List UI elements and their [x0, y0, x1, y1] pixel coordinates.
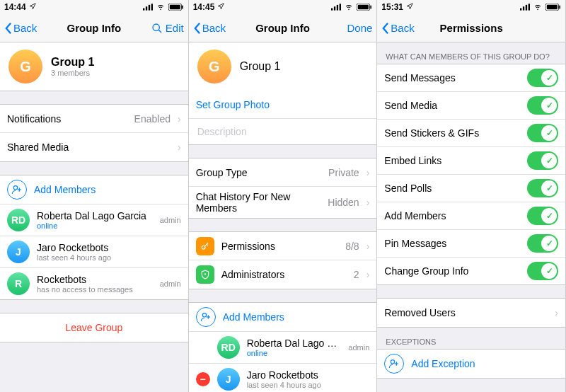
back-label: Back	[13, 22, 37, 34]
member-avatar: R	[7, 272, 30, 295]
chevron-right-icon: ›	[366, 269, 370, 280]
chat-history-cell[interactable]: Chat History For New Members Hidden ›	[189, 187, 377, 218]
status-bar: 14:45	[189, 0, 377, 14]
key-icon	[196, 237, 214, 255]
permissions-cell[interactable]: Permissions 8/8 ›	[189, 232, 377, 260]
chevron-right-icon: ›	[178, 113, 181, 125]
add-icon	[7, 180, 27, 200]
chat-history-label: Chat History For New Members	[196, 191, 321, 214]
battery-icon	[357, 4, 372, 11]
nav-title: Group Info	[255, 22, 310, 34]
member-badge: admin	[160, 279, 181, 288]
battery-icon	[168, 4, 184, 11]
wifi-icon	[156, 4, 166, 11]
administrators-cell[interactable]: Administrators 2 ›	[189, 260, 377, 289]
perm-label: Change Group Info	[384, 265, 520, 277]
svg-rect-26	[526, 5, 527, 11]
done-button[interactable]: Done	[347, 22, 372, 34]
member-badge: admin	[160, 216, 181, 224]
set-group-photo-label: Set Group Photo	[196, 99, 270, 110]
group-name: Group 1	[51, 56, 180, 69]
status-bar: 14:44	[0, 0, 188, 14]
nav-action-label: Edit	[166, 22, 184, 34]
screen-group-info-edit: 14:45 Back Group Info Done G	[189, 0, 378, 392]
back-button[interactable]: Back	[381, 22, 414, 35]
back-button[interactable]: Back	[4, 22, 37, 35]
shared-media-label: Shared Media	[7, 142, 171, 153]
leave-group-button[interactable]: Leave Group	[0, 313, 188, 342]
shared-media-cell[interactable]: Shared Media ›	[0, 133, 188, 161]
back-label: Back	[202, 22, 226, 34]
chevron-right-icon: ›	[366, 241, 370, 252]
group-name-input[interactable]: Group 1	[240, 60, 369, 73]
back-button[interactable]: Back	[193, 22, 226, 35]
toggle[interactable]: ✓	[527, 262, 558, 280]
member-badge: admin	[348, 343, 369, 352]
wifi-icon	[533, 4, 543, 11]
shield-icon	[196, 265, 214, 284]
description-input[interactable]: Description	[189, 119, 377, 144]
edit-button[interactable]: Edit	[151, 22, 184, 34]
member-avatar: RD	[217, 336, 240, 359]
member-row[interactable]: R Rocketbots has no access to messages a…	[0, 268, 188, 299]
perm-send-polls: Send Polls ✓	[377, 175, 565, 202]
member-avatar: J	[217, 368, 240, 391]
group-type-cell[interactable]: Group Type Private ›	[189, 158, 377, 187]
add-members-button[interactable]: Add Members	[189, 303, 377, 332]
member-row[interactable]: J Jaro Rocketbots last seen 4 hours ago	[0, 236, 188, 268]
member-status: online	[247, 349, 342, 357]
svg-rect-0	[143, 8, 144, 11]
notifications-label: Notifications	[7, 113, 127, 125]
status-time: 14:45	[193, 2, 215, 12]
search-icon	[151, 23, 163, 34]
status-time: 15:31	[381, 2, 403, 12]
svg-rect-5	[169, 5, 180, 10]
removed-users-cell[interactable]: Removed Users ›	[377, 299, 565, 327]
toggle[interactable]: ✓	[527, 179, 558, 197]
svg-rect-13	[334, 6, 335, 10]
toggle[interactable]: ✓	[527, 124, 558, 142]
add-exception-button[interactable]: Add Exception	[377, 350, 565, 378]
nav-bar: Back Group Info Edit	[0, 14, 188, 42]
toggle[interactable]: ✓	[527, 69, 558, 87]
wifi-icon	[344, 4, 354, 11]
section-header: What can members of this group do?	[377, 42, 565, 64]
set-group-photo-button[interactable]: Set Group Photo	[189, 91, 377, 119]
svg-rect-24	[520, 8, 521, 11]
toggle[interactable]: ✓	[527, 234, 558, 253]
chevron-right-icon: ›	[555, 307, 558, 318]
svg-rect-1	[146, 6, 147, 10]
toggle[interactable]: ✓	[527, 96, 558, 115]
remove-member-button[interactable]: −	[196, 372, 210, 386]
notifications-cell[interactable]: Notifications Enabled ›	[0, 105, 188, 133]
svg-rect-15	[340, 4, 341, 10]
back-label: Back	[391, 22, 414, 34]
member-status: last seen 4 hours ago	[247, 381, 370, 389]
group-type-value: Private	[328, 167, 359, 178]
nav-bar: Back Group Info Done	[189, 14, 377, 42]
group-profile[interactable]: G Group 1 3 members	[0, 42, 188, 91]
location-icon	[406, 2, 413, 12]
member-row[interactable]: RD Roberta Dal Lago Garcia online admin	[0, 204, 188, 236]
nav-title: Permissions	[440, 22, 503, 34]
group-avatar[interactable]: G	[197, 50, 231, 83]
status-bar: 15:31	[377, 0, 565, 14]
member-name: Roberta Dal Lago Garcia	[247, 338, 342, 349]
group-type-label: Group Type	[196, 167, 321, 178]
toggle[interactable]: ✓	[527, 207, 558, 225]
administrators-value: 2	[354, 269, 359, 280]
svg-rect-17	[358, 5, 369, 10]
screen-permissions: 15:31 Back Permissions What can members …	[377, 0, 566, 392]
add-members-button[interactable]: Add Members	[0, 175, 188, 204]
perm-send-messages: Send Messages ✓	[377, 64, 565, 92]
member-row[interactable]: − J Jaro Rocketbots last seen 4 hours ag…	[189, 364, 377, 392]
add-icon	[384, 354, 404, 374]
administrators-label: Administrators	[221, 269, 347, 280]
permissions-value: 8/8	[345, 241, 359, 252]
member-row[interactable]: RD Roberta Dal Lago Garcia online admin	[189, 332, 377, 364]
perm-embed-links: Embed Links ✓	[377, 147, 565, 175]
svg-point-31	[391, 360, 395, 364]
toggle[interactable]: ✓	[527, 151, 558, 170]
svg-rect-3	[151, 4, 152, 10]
svg-rect-6	[182, 6, 183, 9]
